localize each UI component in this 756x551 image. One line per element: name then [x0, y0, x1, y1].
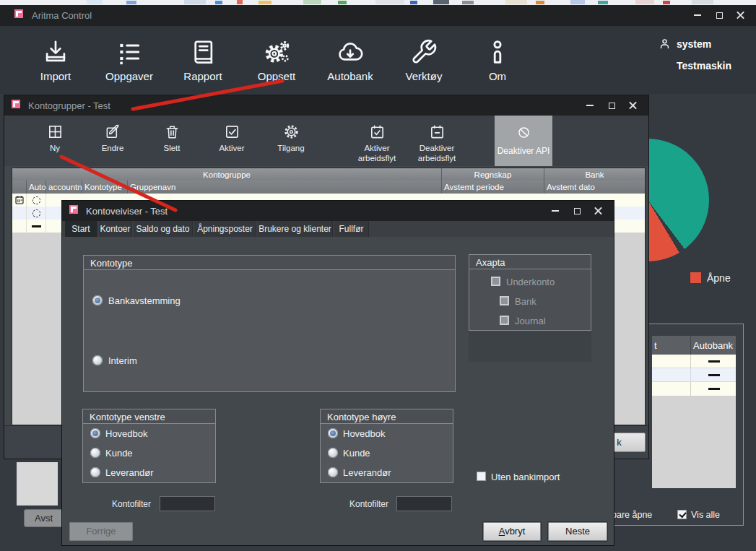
toolbar-item-om[interactable]: Om: [467, 38, 528, 82]
group-header-regnskap[interactable]: Regnskap: [442, 168, 544, 181]
avbryt-button[interactable]: Avbryt: [483, 522, 541, 541]
checkbox-underkonto: [491, 277, 500, 286]
column-header-autobank[interactable]: Autobank: [691, 336, 736, 355]
close-button[interactable]: [730, 8, 752, 22]
pending-circle-icon: [32, 209, 40, 217]
radio-interim[interactable]: [92, 355, 103, 365]
main-titlebar[interactable]: Aritma Control: [0, 5, 756, 26]
app-logo-icon: [14, 9, 23, 18]
col-header-select[interactable]: [12, 181, 27, 194]
toolbar-button-slett[interactable]: Slett: [144, 116, 199, 166]
tab-kontoer[interactable]: Kontoer: [99, 221, 132, 237]
radio-label: Kunde: [105, 448, 133, 459]
table-empty-area: [652, 396, 736, 488]
tab-fullfor[interactable]: Fullfør: [334, 221, 369, 237]
radio-kunde-hoyre[interactable]: [328, 448, 338, 458]
user-name: system: [677, 38, 711, 50]
maximize-button[interactable]: [601, 98, 622, 113]
column-header-left[interactable]: t: [652, 336, 691, 355]
background-desktop-sliver: [0, 0, 756, 5]
toolbar-item-label: Verktøy: [406, 70, 443, 82]
app-title: Aritma Control: [32, 10, 92, 21]
toolbar-item-rapport[interactable]: Rapport: [173, 38, 233, 82]
col-header-accountno[interactable]: accountno: [46, 181, 82, 194]
radio-label: Hovedbok: [343, 428, 386, 439]
radio-kunde-venstre[interactable]: [90, 448, 100, 458]
radio-leverandor-hoyre[interactable]: [328, 467, 338, 477]
tab-start[interactable]: Start: [65, 221, 97, 237]
kontogrupper-title: Kontogrupper - Test: [28, 100, 110, 111]
col-header-gruppenavn[interactable]: Gruppenavn: [128, 181, 442, 194]
toolbar-button-deaktiver-api[interactable]: Deaktiver API: [495, 116, 552, 166]
checkbox-label: Uten bankimport: [491, 472, 560, 482]
kontofilter-input-right[interactable]: [396, 496, 452, 511]
checkbox-label: Journal: [515, 316, 546, 326]
settings-gears-icon: [263, 38, 290, 66]
col-header-auto[interactable]: Auto...: [27, 181, 46, 194]
checkbox-label: Underkonto: [506, 277, 555, 287]
minimize-button[interactable]: [687, 8, 708, 22]
toolbar-item-label: Autobank: [327, 70, 373, 82]
app-logo-icon: [69, 205, 78, 214]
edit-pencil-icon: [105, 123, 121, 140]
radio-bankavstemming[interactable]: [92, 295, 103, 305]
calendar-minus-icon: [429, 123, 446, 140]
radio-leverandor-venstre[interactable]: [90, 467, 100, 477]
col-header-kontotype[interactable]: Kontotype: [82, 181, 128, 194]
toolbar-item-oppsett[interactable]: Oppsett: [246, 38, 307, 82]
group-header-kontogruppe[interactable]: Kontogruppe: [12, 168, 442, 181]
table-row[interactable]: [652, 382, 736, 396]
toolbar-item-verktoy[interactable]: Verktøy: [394, 38, 454, 82]
col-header-avstemt-periode[interactable]: Avstemt periode: [442, 181, 544, 194]
neste-button[interactable]: Neste: [548, 522, 607, 541]
kontogrupper-titlebar[interactable]: Kontogrupper - Test: [4, 95, 648, 116]
minimize-button[interactable]: [544, 204, 566, 218]
toolbar-button-aktiver[interactable]: Aktiver: [204, 116, 259, 166]
col-header-avstemt-dato[interactable]: Avstemt dato: [544, 181, 645, 194]
toolbar-button-deaktiver-arbeidsflyt[interactable]: Deaktiver arbeidsflyt: [406, 116, 468, 166]
dash-icon: [32, 225, 41, 227]
avstem-button-fragment[interactable]: Avst: [24, 509, 64, 527]
group-header-bank[interactable]: Bank: [544, 168, 645, 181]
kontofilter-input-left[interactable]: [160, 496, 215, 511]
checkbox-label: Bank: [515, 296, 536, 307]
legend-swatch: [690, 272, 701, 283]
maximize-button[interactable]: [708, 8, 730, 22]
kontoveiviser-window: Kontoveiviser - Test Start Kontoer Saldo…: [61, 200, 614, 546]
groupbox-title: Kontotype høyre: [321, 409, 453, 424]
machine-name: Testmaskin: [677, 60, 731, 71]
toolbar-button-endre[interactable]: Endre: [85, 116, 140, 166]
tab-apningsposter[interactable]: Åpningsposter: [194, 221, 256, 237]
trash-icon: [164, 123, 181, 140]
checkbox-uten-bankimport[interactable]: [477, 472, 486, 481]
forrige-button[interactable]: Forrige: [69, 522, 133, 541]
table-row[interactable]: [652, 355, 736, 368]
toolbar-item-import[interactable]: Import: [25, 38, 86, 82]
toolbar-button-tilgang[interactable]: Tilgang: [264, 116, 318, 166]
close-button[interactable]: [588, 204, 609, 218]
groupbox-axapta: Axapta Underkonto Bank Journal: [469, 254, 591, 331]
kontofilter-label-left: Kontofilter: [105, 499, 151, 509]
groupbox-title: Kontotype venstre: [83, 409, 215, 424]
vis-alle-checkbox[interactable]: [677, 510, 687, 519]
groupbox-kontotype-hoyre: Kontotype høyre Hovedbok Kunde Leverandø…: [320, 409, 453, 483]
close-button[interactable]: [622, 98, 644, 113]
toolbar-item-autobank[interactable]: Autobank: [320, 38, 381, 82]
radio-label: Bankavstemming: [108, 295, 181, 306]
radio-label: Leverandør: [343, 467, 391, 478]
toolbar-item-oppgaver[interactable]: Oppgaver: [99, 38, 160, 82]
new-grid-icon: [47, 123, 64, 140]
gear-icon: [283, 123, 300, 140]
report-book-icon: [189, 38, 217, 66]
maximize-button[interactable]: [566, 204, 588, 218]
radio-hovedbok-venstre[interactable]: [90, 428, 100, 438]
minimize-button[interactable]: [579, 98, 601, 113]
tab-saldo-og-dato[interactable]: Saldo og dato: [134, 221, 193, 237]
radio-hovedbok-hoyre[interactable]: [328, 428, 338, 438]
table-row[interactable]: [652, 368, 736, 382]
tab-brukere-og-klienter[interactable]: Brukere og klienter: [258, 221, 333, 237]
radio-label: Leverandør: [105, 467, 153, 478]
toolbar-button-aktiver-arbeidsflyt[interactable]: Aktiver arbeidsflyt: [346, 116, 408, 166]
kontoveiviser-titlebar[interactable]: Kontoveiviser - Test: [62, 201, 614, 221]
toolbar-button-ny[interactable]: Ny: [27, 116, 82, 166]
